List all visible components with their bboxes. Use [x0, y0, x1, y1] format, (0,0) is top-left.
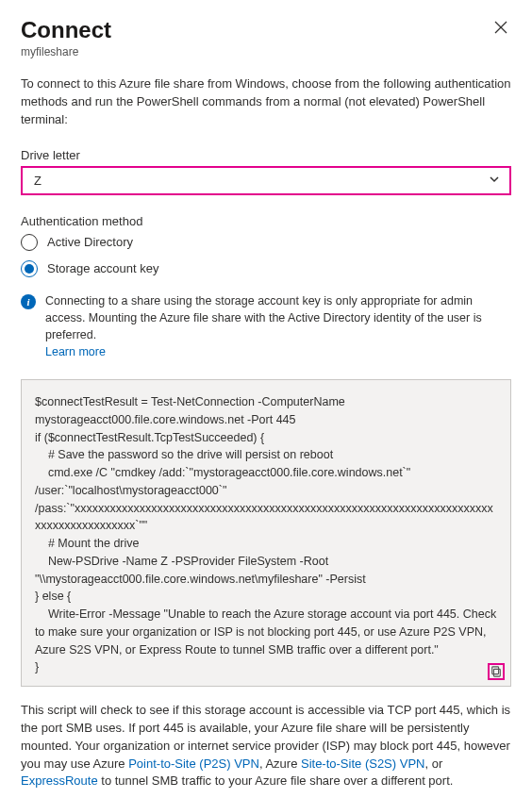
radio-label: Storage account key	[47, 261, 159, 275]
panel-title: Connect	[21, 17, 111, 43]
svg-rect-3	[492, 667, 499, 674]
drive-letter-label: Drive letter	[21, 148, 511, 162]
drive-letter-dropdown[interactable]: Z	[21, 166, 511, 195]
svg-rect-2	[493, 669, 500, 676]
expressroute-link[interactable]: ExpressRoute	[21, 773, 98, 788]
s2s-vpn-link[interactable]: Site-to-Site (S2S) VPN	[301, 756, 425, 771]
auth-method-label: Authentication method	[21, 214, 511, 228]
copy-button[interactable]	[488, 663, 505, 680]
close-icon[interactable]	[490, 17, 511, 41]
script-block: $connectTestResult = Test-NetConnection …	[21, 379, 511, 687]
script-content: $connectTestResult = Test-NetConnection …	[35, 395, 500, 673]
info-icon: i	[21, 294, 36, 309]
info-text: Connecting to a share using the storage …	[45, 292, 511, 361]
description-text: This script will check to see if this st…	[21, 702, 511, 790]
radio-icon	[21, 260, 38, 277]
panel-subtitle: myfileshare	[21, 45, 511, 58]
intro-text: To connect to this Azure file share from…	[21, 75, 511, 129]
radio-icon	[21, 234, 38, 251]
learn-more-link[interactable]: Learn more	[45, 345, 106, 358]
auth-method-storage-account-key[interactable]: Storage account key	[21, 260, 511, 277]
chevron-down-icon	[489, 174, 500, 188]
auth-method-active-directory[interactable]: Active Directory	[21, 234, 511, 251]
p2s-vpn-link[interactable]: Point-to-Site (P2S) VPN	[128, 756, 259, 771]
radio-label: Active Directory	[47, 235, 133, 249]
drive-letter-value: Z	[34, 174, 42, 188]
